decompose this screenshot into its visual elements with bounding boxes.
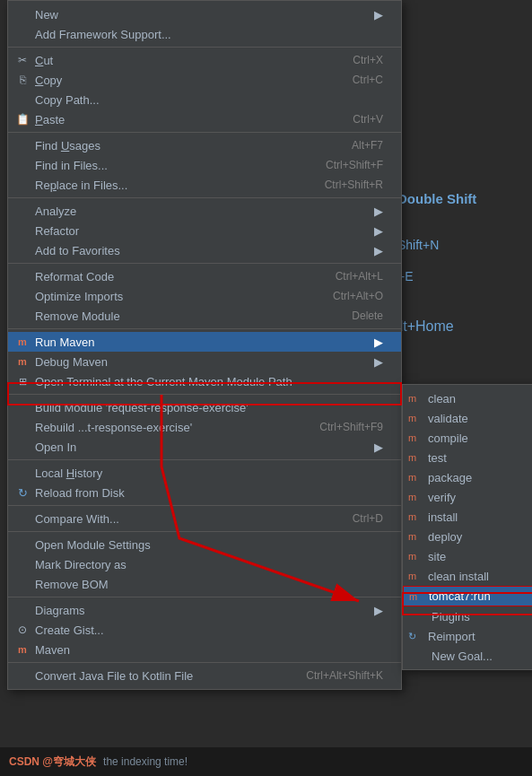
copy-icon: ⎘	[15, 73, 30, 87]
watermark-bar: CSDN @穹城大侠 the indexing time!	[0, 747, 532, 776]
maven-verify-icon: m	[408, 492, 416, 502]
menu-item-reload[interactable]: ↻ Reload from Disk	[8, 483, 401, 502]
submenu-item-deploy[interactable]: m deploy	[403, 527, 532, 546]
menu-item-maven[interactable]: m Maven	[8, 640, 401, 659]
menu-item-find-usages[interactable]: Find Usages Alt+F7	[8, 135, 401, 155]
menu-item-new[interactable]: New ▶	[8, 4, 401, 24]
submenu-item-verify[interactable]: m verify	[403, 487, 532, 507]
separator-3	[8, 197, 401, 198]
menu-item-add-favorites[interactable]: Add to Favorites ▶	[8, 240, 401, 260]
menu-item-open-terminal[interactable]: ⊞ Open Terminal at the Current Maven Mod…	[8, 371, 401, 391]
submenu-item-validate[interactable]: m validate	[403, 408, 532, 428]
menu-item-paste[interactable]: 📋 Paste Ctrl+V	[8, 109, 401, 129]
maven-validate-icon: m	[408, 413, 416, 423]
debug-maven-arrow: ▶	[374, 355, 383, 369]
menu-item-run-maven[interactable]: m Run Maven ▶	[8, 332, 401, 352]
separator-10	[8, 597, 401, 597]
open-in-arrow: ▶	[374, 440, 383, 454]
menu-item-mark-directory[interactable]: Mark Directory as	[8, 554, 401, 574]
maven-debug-icon: m	[15, 354, 30, 369]
menu-item-create-gist[interactable]: ⊙ Create Gist...	[8, 620, 401, 640]
maven-install-icon: m	[408, 511, 416, 522]
menu-item-open-in[interactable]: Open In ▶	[8, 437, 401, 457]
reload-icon: ↻	[15, 485, 30, 500]
maven-site-icon: m	[408, 551, 416, 562]
maven-deploy-icon: m	[408, 531, 416, 542]
menu-item-add-framework[interactable]: Add Framework Support...	[8, 24, 401, 44]
separator-9	[8, 531, 401, 532]
submenu-item-new-goal[interactable]: New Goal...	[403, 646, 532, 666]
maven-icon: m	[15, 642, 30, 657]
menu-item-optimize-imports[interactable]: Optimize Imports Ctrl+Alt+O	[8, 286, 401, 306]
reimport-icon: ↻	[408, 631, 416, 642]
context-menu: New ▶ Add Framework Support... ✂ Cut Ctr…	[7, 0, 402, 690]
menu-item-find-in-files[interactable]: Find in Files... Ctrl+Shift+F	[8, 155, 401, 175]
menu-item-debug-maven[interactable]: m Debug Maven ▶	[8, 352, 401, 371]
submenu-item-package[interactable]: m package	[403, 467, 532, 487]
menu-item-refactor[interactable]: Refactor ▶	[8, 221, 401, 240]
double-shift-label: Double Shift	[397, 191, 476, 206]
menu-item-analyze[interactable]: Analyze ▶	[8, 201, 401, 221]
menu-item-compare-with[interactable]: Compare With... Ctrl+D	[8, 509, 401, 528]
submenu-item-install[interactable]: m install	[403, 507, 532, 527]
submenu-arrow: ▶	[374, 8, 383, 22]
watermark-csdn-label: CSDN @穹城大侠	[9, 754, 96, 770]
submenu-item-reimport[interactable]: ↻ Reimport	[403, 626, 532, 646]
submenu-item-compile[interactable]: m compile	[403, 428, 532, 448]
maven-package-icon: m	[408, 472, 416, 483]
submenu-item-clean[interactable]: m clean	[403, 388, 532, 408]
menu-item-remove-bom[interactable]: Remove BOM	[8, 574, 401, 594]
scissors-icon: ✂	[15, 53, 30, 67]
terminal-icon: ⊞	[15, 374, 30, 388]
separator-5	[8, 328, 401, 329]
submenu-item-test[interactable]: m test	[403, 448, 532, 467]
menu-item-build-module[interactable]: Build Module 'request-response-exercise'	[8, 397, 401, 417]
refactor-arrow: ▶	[374, 224, 383, 238]
menu-item-convert-java[interactable]: Convert Java File to Kotlin File Ctrl+Al…	[8, 666, 401, 685]
diagrams-arrow: ▶	[374, 604, 383, 617]
menu-item-copy-path[interactable]: Copy Path...	[8, 90, 401, 109]
menu-item-cut[interactable]: ✂ Cut Ctrl+X	[8, 50, 401, 70]
separator-1	[8, 47, 401, 48]
maven-run-icon: m	[15, 335, 30, 349]
menu-item-replace-in-files[interactable]: Replace in Files... Ctrl+Shift+R	[8, 175, 401, 195]
menu-item-copy[interactable]: ⎘ Copy Ctrl+C	[8, 70, 401, 90]
shift-n-label: Shift+N	[397, 238, 439, 252]
submenu-item-plugins[interactable]: Plugins	[403, 606, 532, 626]
menu-item-local-history[interactable]: Local History	[8, 463, 401, 483]
submenu-item-clean-install[interactable]: m clean install	[403, 566, 532, 586]
menu-item-rebuild[interactable]: Rebuild ...t-response-exercise' Ctrl+Shi…	[8, 417, 401, 437]
analyze-arrow: ▶	[374, 205, 383, 218]
separator-6	[8, 394, 401, 395]
watermark-suffix: the indexing time!	[103, 755, 188, 768]
separator-4	[8, 263, 401, 264]
separator-8	[8, 505, 401, 506]
run-maven-arrow: ▶	[374, 336, 383, 349]
menu-item-remove-module[interactable]: Remove Module Delete	[8, 306, 401, 326]
separator-7	[8, 459, 401, 460]
menu-item-diagrams[interactable]: Diagrams ▶	[8, 600, 401, 620]
submenu-item-site[interactable]: m site	[403, 546, 532, 566]
maven-tomcat7-icon: m	[409, 591, 417, 602]
separator-11	[8, 662, 401, 663]
maven-clean-icon: m	[408, 393, 416, 404]
menu-item-reformat[interactable]: Reformat Code Ctrl+Alt+L	[8, 266, 401, 286]
paste-icon: 📋	[15, 112, 30, 126]
maven-clean-install-icon: m	[408, 571, 416, 581]
favorites-arrow: ▶	[374, 244, 383, 257]
maven-submenu: m clean m validate m compile m test m pa…	[402, 384, 532, 670]
github-icon: ⊙	[15, 623, 30, 637]
menu-item-module-settings[interactable]: Open Module Settings	[8, 535, 401, 554]
maven-compile-icon: m	[408, 432, 416, 443]
separator-2	[8, 132, 401, 133]
maven-test-icon: m	[408, 452, 416, 463]
submenu-item-tomcat7-run[interactable]: m tomcat7:run	[403, 586, 532, 606]
